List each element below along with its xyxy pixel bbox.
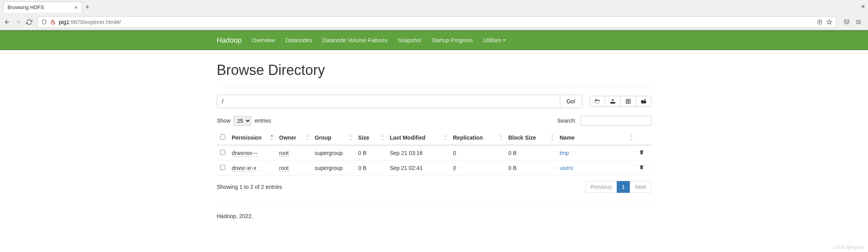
paste-button[interactable] bbox=[636, 96, 651, 107]
delete-icon[interactable] bbox=[639, 165, 644, 171]
permission-cell: drwxrwx--- bbox=[232, 150, 258, 157]
folder-open-icon bbox=[595, 99, 600, 104]
lock-insecure-icon bbox=[50, 19, 56, 25]
url-bar[interactable]: pig1:9870/explorer.html#/ bbox=[37, 16, 836, 28]
nav-utilities[interactable]: Utilities bbox=[483, 37, 506, 43]
upload-icon bbox=[610, 99, 616, 104]
tab-title: Browsing HDFS bbox=[8, 4, 72, 10]
search-box: Search: bbox=[557, 116, 651, 126]
name-link[interactable]: tmp bbox=[560, 150, 569, 156]
nav-datanodes[interactable]: Datanodes bbox=[285, 37, 312, 43]
browser-chrome: Browsing HDFS × + × pig1:9870/explorer.h… bbox=[0, 0, 868, 30]
directory-table: Permission Owner Group Size Last Modifie… bbox=[217, 131, 651, 175]
table-icon bbox=[625, 99, 631, 104]
next-button[interactable]: Next bbox=[630, 181, 651, 193]
cut-button[interactable] bbox=[620, 96, 636, 107]
arrow-left-icon bbox=[4, 19, 10, 25]
back-button[interactable] bbox=[4, 19, 10, 25]
search-input[interactable] bbox=[580, 116, 651, 126]
sort-icon[interactable] bbox=[349, 135, 353, 140]
delete-icon[interactable] bbox=[639, 150, 644, 156]
reader-mode-icon[interactable] bbox=[817, 19, 823, 25]
table-controls: Show 25 entries Search: bbox=[217, 116, 651, 126]
go-button[interactable]: Go! bbox=[560, 95, 582, 108]
forward-button[interactable] bbox=[15, 19, 21, 25]
reload-icon bbox=[26, 19, 32, 25]
name-link[interactable]: users bbox=[560, 165, 573, 171]
sort-icon[interactable] bbox=[305, 135, 309, 140]
path-input[interactable] bbox=[217, 95, 560, 108]
arrow-right-icon bbox=[15, 19, 21, 25]
sort-icon[interactable] bbox=[550, 135, 554, 140]
modified-cell: Sep 21 02:41 bbox=[390, 165, 423, 171]
url-text: pig1:9870/explorer.html#/ bbox=[59, 19, 121, 25]
upload-button[interactable] bbox=[605, 96, 621, 107]
path-row: Go! bbox=[217, 95, 651, 108]
owner-cell: root bbox=[279, 165, 289, 172]
new-folder-button[interactable] bbox=[589, 96, 605, 107]
browser-right-controls bbox=[841, 19, 864, 25]
sort-icon[interactable] bbox=[270, 135, 274, 140]
page-footer: Hadoop, 2022. bbox=[217, 205, 651, 219]
nav-overview[interactable]: Overview bbox=[252, 37, 275, 43]
modified-cell: Sep 21 03:16 bbox=[390, 150, 423, 156]
row-checkbox[interactable] bbox=[220, 165, 225, 170]
menu-icon[interactable] bbox=[855, 19, 862, 25]
nav-datanode-volume-failures[interactable]: Datanode Volume Failures bbox=[322, 37, 388, 43]
previous-button[interactable]: Previous bbox=[585, 181, 617, 193]
row-checkbox[interactable] bbox=[220, 150, 225, 155]
block-size-cell: 0 B bbox=[508, 150, 517, 156]
table-row: drwxr-xr-xrootsupergroup0 BSep 21 02:410… bbox=[217, 161, 651, 175]
page-title: Browse Directory bbox=[217, 62, 651, 78]
toolbar-buttons bbox=[589, 96, 651, 107]
nav-startup-progress[interactable]: Startup Progress bbox=[431, 37, 473, 43]
reload-button[interactable] bbox=[26, 19, 32, 25]
browser-nav-bar: pig1:9870/explorer.html#/ bbox=[0, 14, 868, 30]
chevron-down-icon bbox=[503, 39, 506, 41]
table-row: drwxrwx---rootsupergroup0 BSep 21 03:160… bbox=[217, 145, 651, 161]
group-cell: supergroup bbox=[315, 150, 343, 156]
size-cell: 0 B bbox=[358, 165, 367, 171]
close-tab-icon[interactable]: × bbox=[75, 5, 78, 10]
new-tab-button[interactable]: + bbox=[85, 3, 90, 11]
sort-icon[interactable] bbox=[380, 135, 384, 140]
brand[interactable]: Hadoop bbox=[217, 36, 242, 45]
bookmark-star-icon[interactable] bbox=[827, 19, 832, 25]
divider bbox=[217, 86, 651, 87]
page-1-button[interactable]: 1 bbox=[617, 181, 630, 193]
browser-tab[interactable]: Browsing HDFS × bbox=[3, 2, 82, 13]
permission-cell: drwxr-xr-x bbox=[232, 165, 256, 172]
sort-icon[interactable] bbox=[444, 135, 448, 140]
sort-icon[interactable] bbox=[629, 135, 633, 140]
select-all-checkbox[interactable] bbox=[220, 134, 225, 140]
group-cell: supergroup bbox=[315, 165, 343, 171]
table-footer: Showing 1 to 2 of 2 entries Previous 1 N… bbox=[217, 181, 651, 193]
show-entries: Show 25 entries bbox=[217, 116, 271, 126]
pocket-icon[interactable] bbox=[844, 19, 850, 25]
block-size-cell: 0 B bbox=[508, 165, 517, 171]
owner-cell: root bbox=[279, 150, 289, 157]
main-container: Browse Directory Go! Show 25 bbox=[217, 50, 651, 231]
nav-snapshot[interactable]: Snapshot bbox=[398, 37, 421, 43]
window-close-button[interactable]: × bbox=[861, 3, 865, 10]
pagination: Previous 1 Next bbox=[586, 181, 651, 193]
replication-cell: 0 bbox=[453, 165, 456, 172]
app-nav: Hadoop Overview Datanodes Datanode Volum… bbox=[0, 30, 868, 50]
paste-icon bbox=[641, 99, 646, 104]
page-size-select[interactable]: 25 bbox=[233, 116, 251, 126]
svg-marker-6 bbox=[827, 20, 832, 24]
size-cell: 0 B bbox=[358, 150, 367, 156]
table-info: Showing 1 to 2 of 2 entries bbox=[217, 184, 282, 190]
replication-cell: 0 bbox=[453, 150, 456, 157]
shield-icon bbox=[41, 19, 47, 25]
tab-bar: Browsing HDFS × + × bbox=[0, 0, 868, 14]
sort-icon[interactable] bbox=[499, 135, 503, 140]
